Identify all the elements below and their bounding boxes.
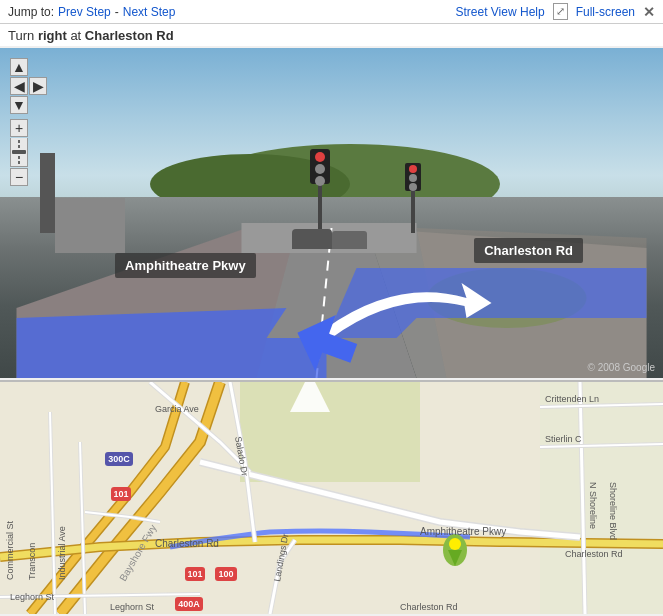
- top-right-controls: Street View Help ⤢ Full-screen ✕: [455, 3, 655, 20]
- next-step-link[interactable]: Next Step: [123, 5, 176, 19]
- street-view-help-link[interactable]: Street View Help: [455, 5, 544, 19]
- pan-left-button[interactable]: ◀: [10, 77, 28, 95]
- shield-101-a: 101: [111, 487, 131, 501]
- amphitheatre-label: Amphitheatre Pkwy: [115, 253, 256, 278]
- shield-400a: 400A: [175, 597, 203, 611]
- slider-line-1: [18, 140, 20, 143]
- commercial-label: Commercial St: [5, 520, 15, 580]
- turn-direction: right: [38, 28, 67, 43]
- slider-line-4: [18, 161, 20, 164]
- charleston-label: Charleston Rd: [474, 238, 583, 263]
- map-pointer-triangle: [290, 382, 330, 412]
- zoom-slider[interactable]: [10, 138, 28, 167]
- close-button[interactable]: ✕: [643, 4, 655, 20]
- copyright-text: © 2008 Google: [588, 362, 655, 373]
- blue-arrow-left: [17, 308, 327, 378]
- slider-line-2: [18, 145, 20, 148]
- light-yellow: [315, 164, 325, 174]
- map-panel[interactable]: Bayshore Fwy Charleston Rd Amphitheatre …: [0, 382, 663, 614]
- amphitheatre-pkwy-label: Amphitheatre Pkwy: [420, 526, 506, 537]
- map-svg: Bayshore Fwy Charleston Rd Amphitheatre …: [0, 382, 663, 614]
- pan-up-button[interactable]: ▲: [10, 58, 28, 76]
- green-area-top: [240, 382, 420, 482]
- green-area-right: [540, 382, 663, 614]
- nav-separator: -: [115, 5, 119, 19]
- car-2: [332, 231, 367, 249]
- map-pin-center: [449, 538, 461, 550]
- stierlin-label: Stierlin C: [545, 434, 582, 444]
- pan-down-button[interactable]: ▼: [10, 96, 28, 114]
- car-1: [292, 229, 332, 249]
- fullscreen-icon: ⤢: [553, 3, 568, 20]
- street-view-panel[interactable]: Amphitheatre Pkwy Charleston Rd ▲ ◀ ▶ ▼ …: [0, 48, 663, 378]
- jump-to-nav: Jump to: Prev Step - Next Step: [8, 5, 175, 19]
- light-yellow-2: [409, 174, 417, 182]
- traffic-light-right: [405, 163, 421, 191]
- light-green-2: [409, 183, 417, 191]
- slider-handle[interactable]: [12, 150, 26, 154]
- shield-300c: 300C: [105, 452, 133, 466]
- shoreline-blvd-label: Shoreline Blvd: [608, 482, 618, 540]
- zoom-in-button[interactable]: +: [10, 119, 28, 137]
- fullscreen-button[interactable]: Full-screen: [576, 5, 635, 19]
- slider-line-3: [18, 156, 20, 159]
- transcon-label: Transcon: [27, 543, 37, 580]
- light-red-2: [409, 165, 417, 173]
- charleston-rd-label-text: Charleston Rd: [155, 538, 219, 549]
- charleston-rd-right: Charleston Rd: [565, 549, 623, 559]
- traffic-pole-right: [411, 163, 415, 233]
- nshoreline-label: N Shoreline: [588, 482, 598, 529]
- crittenden-label: Crittenden Ln: [545, 394, 599, 404]
- pan-right-button[interactable]: ▶: [29, 77, 47, 95]
- at-label: at: [70, 28, 81, 43]
- traffic-light-center: [310, 149, 330, 184]
- road-name: Charleston Rd: [85, 28, 174, 43]
- jump-to-label: Jump to:: [8, 5, 54, 19]
- light-red: [315, 152, 325, 162]
- zoom-out-button[interactable]: −: [10, 168, 28, 186]
- zoom-controls: ▲ ◀ ▶ ▼ + −: [10, 58, 47, 186]
- traffic-pole-center: [318, 149, 322, 239]
- prev-step-link[interactable]: Prev Step: [58, 5, 111, 19]
- leghorn-label: Leghorn St: [10, 592, 55, 602]
- garcia-label: Garcia Ave: [155, 404, 199, 414]
- shield-100: 100: [215, 567, 237, 581]
- turn-label: Turn: [8, 28, 34, 43]
- charleston-rd-bottom: Charleston Rd: [400, 602, 458, 612]
- shield-101-b: 101: [185, 567, 205, 581]
- instruction-bar: Turn right at Charleston Rd: [0, 24, 663, 46]
- top-bar: Jump to: Prev Step - Next Step Street Vi…: [0, 0, 663, 24]
- left-building: [55, 198, 125, 253]
- industrial-label: Industrial Ave: [57, 526, 67, 580]
- leghorn-label-2: Leghorn St: [110, 602, 155, 612]
